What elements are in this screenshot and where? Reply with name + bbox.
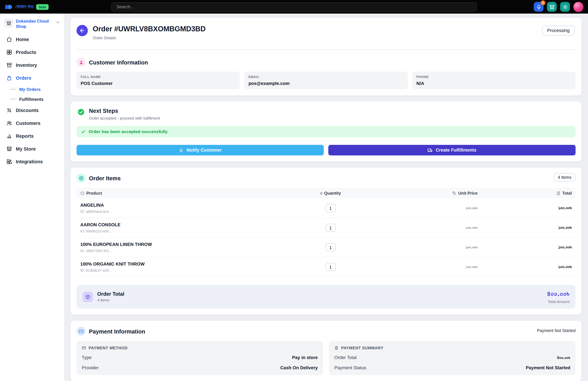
sidebar-item-my-store[interactable]: My Store (3, 142, 61, 155)
quantity-value[interactable]: 1 (325, 204, 336, 212)
payment-columns: PAYMENT METHOD Type Pay in store Provide… (77, 341, 575, 375)
hash-icon: # (320, 191, 322, 195)
sidebar-subitem-my-orders[interactable]: My Orders (3, 84, 61, 94)
field-full-name: FULL NAME POS Customer (77, 72, 240, 90)
next-steps-titles: Next Steps Order accepted - proceed with… (89, 108, 160, 120)
row-value: Pay in store (292, 355, 318, 360)
unit-price: ১০০.০০৳ (357, 264, 478, 269)
row-value: Payment Not Started (526, 365, 570, 370)
integrations-icon (6, 159, 12, 164)
topbar-actions: 5 (534, 2, 584, 12)
tag-icon (452, 191, 456, 195)
items-count-badge: 4 Items (554, 173, 576, 181)
sidebar-item-customers[interactable]: Customers (3, 117, 61, 130)
payment-summary-header: PAYMENT SUMMARY (334, 346, 570, 350)
create-fulfillments-button[interactable]: Create Fulfillments (328, 145, 575, 155)
order-header-row: Order #UWRLV8BXOMBGMD3BD Order Details P… (77, 24, 575, 40)
field-label: FULL NAME (81, 75, 236, 79)
product-name: ANGELINA (80, 202, 304, 208)
brand-logo[interactable]: দোকান দাও beta (4, 4, 49, 10)
unit-price: ১০০.০০৳ (357, 206, 478, 211)
product-id: ID: 69a4b110-a5e... (80, 229, 304, 233)
order-total-amount: ৪০০.০০৳ (547, 290, 569, 298)
payment-header: Payment Information Payment Not Started (77, 327, 575, 336)
customer-fields: FULL NAME POS Customer EMAIL pos@example… (77, 72, 575, 90)
sidebar-item-inventory[interactable]: Inventory (3, 59, 61, 72)
box-icon (80, 191, 84, 195)
button-label: Create Fulfillments (436, 147, 476, 153)
notifications-button[interactable]: 5 (534, 2, 544, 12)
tree-branch-icon (10, 99, 16, 99)
storefront-button[interactable] (547, 2, 557, 12)
sidebar-item-label: Integrations (16, 159, 43, 164)
payment-row: Order Total ৪০০.০০৳ (334, 355, 570, 360)
bell-icon (536, 4, 541, 10)
payment-summary-box: PAYMENT SUMMARY Order Total ৪০০.০০৳ Paym… (329, 341, 576, 375)
payment-method-box: PAYMENT METHOD Type Pay in store Provide… (77, 341, 323, 375)
store-front-icon (6, 146, 12, 152)
section-heading: Order Items (89, 175, 121, 181)
sidebar-item-reports[interactable]: Reports (3, 130, 61, 142)
product-cell: 100% ORGANIC KNIT THROW ID: 91d0dc47-a28… (80, 261, 304, 272)
order-total-box: Order Total 4 items ৪০০.০০৳ Total Amount (77, 285, 575, 309)
sidebar-item-integrations[interactable]: Integrations (3, 155, 61, 168)
row-value: Cash On Delivery (280, 365, 318, 370)
order-total-amount-block: ৪০০.০০৳ Total Amount (547, 290, 569, 304)
sidebar-subitem-label: Fulfillments (19, 97, 44, 101)
quantity-value[interactable]: 1 (325, 263, 336, 271)
sidebar-subitem-fulfillments[interactable]: Fulfillments (3, 94, 61, 104)
main-content: Order #UWRLV8BXOMBGMD3BD Order Details P… (64, 14, 588, 381)
success-banner: Order has been accepted successfully (77, 126, 575, 137)
sidebar-item-discounts[interactable]: Discounts (3, 104, 61, 117)
sidebar-item-products[interactable]: Products (3, 46, 61, 59)
field-label: EMAIL (249, 75, 404, 79)
avatar[interactable] (573, 2, 584, 12)
notify-customer-button[interactable]: Notify Customer (77, 145, 324, 155)
percent-icon (6, 108, 12, 113)
notification-count-badge: 5 (541, 0, 546, 5)
table-header: Product # Quantity Unit Price Total (77, 188, 575, 199)
customer-info-header: Customer Information (77, 58, 575, 67)
action-buttons: Notify Customer Create Fulfillments (77, 145, 575, 155)
store-selector[interactable]: Dokandao Cloud Shop (3, 17, 61, 33)
row-label: Provider (82, 365, 99, 370)
line-total: ১০০.০০৳ (478, 205, 572, 211)
store-icon (4, 19, 13, 27)
sidebar-item-home[interactable]: Home (3, 33, 61, 46)
table-row: ANGELINA ID: ab562acd-ac4... 1 ১০০.০০৳ ১… (77, 199, 575, 218)
sidebar-nav: Home Products Inventory Orders (3, 33, 61, 168)
bell-icon (179, 148, 184, 153)
quantity-value[interactable]: 1 (325, 243, 336, 251)
sidebar-item-orders[interactable]: Orders (3, 72, 61, 85)
quantity-cell: 1 (304, 263, 357, 271)
shell: Dokandao Cloud Shop Home Products Invent… (0, 14, 588, 381)
logo-icon (4, 4, 13, 10)
line-total: ১০০.০০৳ (478, 264, 572, 270)
order-total-label: Order Total (97, 291, 124, 297)
row-label: Type (82, 355, 92, 360)
status-badge: Processing (542, 26, 575, 35)
quantity-value[interactable]: 1 (325, 224, 336, 232)
orders-subnav: My Orders Fulfillments (3, 84, 61, 104)
credit-card-small-icon (82, 346, 86, 350)
column-total: Total (478, 191, 572, 195)
box-heading: PAYMENT SUMMARY (341, 346, 383, 350)
search-input[interactable] (111, 2, 477, 12)
back-button[interactable] (77, 25, 88, 36)
shopping-bag-icon (6, 75, 12, 81)
quantity-cell: 1 (304, 204, 357, 212)
chevron-down-icon (56, 21, 60, 24)
field-label: PHONE (417, 75, 571, 79)
archive-icon (6, 62, 12, 68)
product-name: AARON CONSOLE (80, 222, 304, 227)
settings-button[interactable] (560, 2, 570, 12)
payment-row: Payment Status Payment Not Started (334, 365, 570, 370)
product-cell: ANGELINA ID: ab562acd-ac4... (80, 202, 304, 213)
order-header-card: Order #UWRLV8BXOMBGMD3BD Order Details P… (70, 17, 582, 96)
row-value: ৪০০.০০৳ (557, 355, 570, 360)
line-total: ১০০.০০৳ (478, 245, 572, 250)
box-heading: PAYMENT METHOD (88, 346, 127, 350)
sidebar-item-label: Home (16, 37, 29, 42)
column-label: Product (86, 191, 102, 195)
sidebar-item-label: Inventory (16, 63, 37, 68)
